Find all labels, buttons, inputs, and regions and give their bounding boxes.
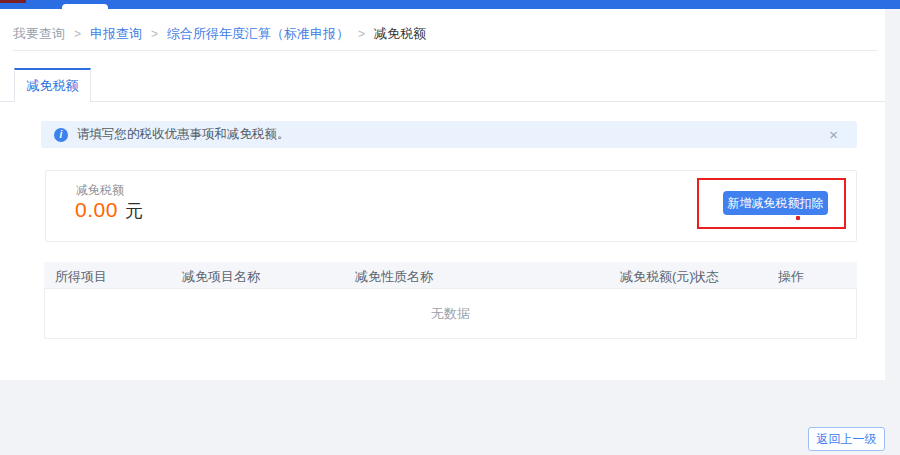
breadcrumb-item-shenbao-chaxun[interactable]: 申报查询 (90, 25, 142, 43)
table-empty-body: 无数据 (45, 289, 856, 338)
tab-bottom-border (0, 101, 885, 102)
breadcrumb-separator: > (151, 27, 158, 41)
breadcrumb-divider (13, 50, 877, 51)
summary-card: 减免税额 0.00 元 新增减免税额扣除 (45, 170, 857, 242)
info-icon: i (54, 128, 68, 142)
table-header-row: 所得项目 减免项目名称 减免性质名称 减免税额(元) 状态 操作 (44, 262, 857, 289)
column-header-status: 状态 (693, 268, 719, 286)
deduction-table: 所得项目 减免项目名称 减免性质名称 减免税额(元) 状态 操作 无数据 (44, 262, 857, 339)
summary-label: 减免税额 (76, 182, 124, 199)
annotation-mark (796, 216, 800, 220)
amount-value: 0.00 (75, 198, 118, 222)
breadcrumb: 我要查询 > 申报查询 > 综合所得年度汇算（标准申报） > 减免税额 (13, 25, 426, 43)
breadcrumb-item-current: 减免税额 (374, 25, 426, 43)
column-header-deduction-amount: 减免税额(元) (620, 268, 694, 286)
breadcrumb-item-annual-settlement[interactable]: 综合所得年度汇算（标准申报） (167, 25, 349, 43)
tab-jianmian-shuie[interactable]: 减免税额 (14, 68, 91, 102)
topbar-red-fragment (0, 0, 26, 3)
column-header-deduction-nature-name: 减免性质名称 (355, 268, 433, 286)
amount-unit: 元 (125, 199, 143, 223)
browser-top-strip (0, 0, 900, 9)
banner-text: 请填写您的税收优惠事项和减免税额。 (77, 126, 290, 143)
breadcrumb-separator: > (358, 27, 365, 41)
back-button[interactable]: 返回上一级 (808, 427, 885, 451)
empty-state-text: 无数据 (431, 305, 470, 323)
summary-value: 0.00 元 (75, 198, 143, 223)
add-deduction-button[interactable]: 新增减免税额扣除 (723, 191, 828, 215)
column-header-deduction-item-name: 减免项目名称 (182, 268, 260, 286)
breadcrumb-item-wo-yao-cha-xun[interactable]: 我要查询 (13, 25, 65, 43)
column-header-actions: 操作 (778, 268, 804, 286)
column-header-income-item: 所得项目 (55, 268, 107, 286)
close-icon[interactable]: × (829, 127, 844, 142)
main-panel: 我要查询 > 申报查询 > 综合所得年度汇算（标准申报） > 减免税额 减免税额… (0, 9, 885, 380)
breadcrumb-separator: > (74, 27, 81, 41)
tab-label: 减免税额 (27, 77, 79, 95)
info-banner: i 请填写您的税收优惠事项和减免税额。 × (41, 121, 857, 148)
